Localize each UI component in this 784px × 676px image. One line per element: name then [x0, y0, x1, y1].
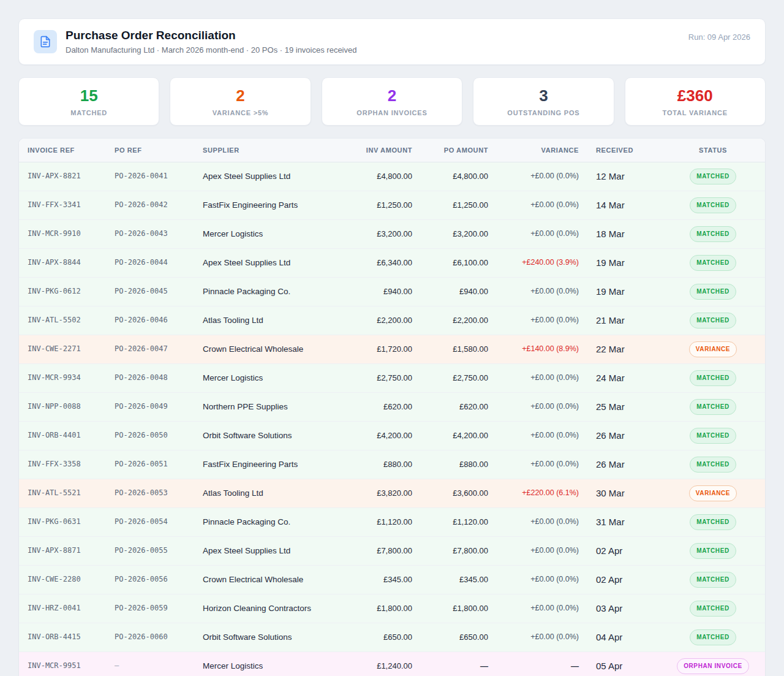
status-badge: MATCHED: [690, 399, 736, 415]
supplier-cell: Northern PPE Supplies: [194, 392, 345, 421]
status-cell: MATCHED: [660, 623, 766, 651]
status-badge: MATCHED: [690, 543, 736, 559]
invoice-ref-cell: INV-APX-8871: [19, 536, 106, 565]
invoice-ref-cell: INV-CWE-2271: [19, 335, 106, 363]
table-row: INV-APX-8821PO-2026-0041Apex Steel Suppl…: [19, 162, 766, 191]
table-row: INV-HRZ-0041PO-2026-0059Horizon Cleaning…: [19, 594, 766, 623]
supplier-cell: Mercer Logistics: [194, 651, 345, 676]
status-cell: MATCHED: [660, 219, 766, 248]
po-ref-cell: PO-2026-0046: [106, 306, 194, 335]
invoice-ref-cell: INV-APX-8844: [19, 248, 106, 277]
status-badge: MATCHED: [690, 255, 736, 271]
po-amount-cell: £880.00: [421, 450, 497, 479]
inv-amount-cell: £940.00: [345, 277, 421, 306]
po-amount-cell: £6,100.00: [421, 248, 497, 277]
variance-cell: +£240.00 (3.9%): [497, 248, 587, 277]
table-row: INV-ATL-5502PO-2026-0046Atlas Tooling Lt…: [19, 306, 766, 335]
table-header: INVOICE REFPO REFSUPPLIERINV AMOUNTPO AM…: [19, 139, 766, 162]
po-amount-cell: £940.00: [421, 277, 497, 306]
status-cell: MATCHED: [660, 248, 766, 277]
po-amount-cell: £345.00: [421, 565, 497, 594]
status-cell: VARIANCE: [660, 335, 766, 363]
po-amount-cell: £1,250.00: [421, 191, 497, 219]
po-amount-cell: £620.00: [421, 392, 497, 421]
inv-amount-cell: £1,250.00: [345, 191, 421, 219]
po-amount-cell: £3,200.00: [421, 219, 497, 248]
po-amount-cell: £4,200.00: [421, 421, 497, 450]
variance-cell: +£0.00 (0.0%): [497, 623, 587, 651]
supplier-cell: Orbit Software Solutions: [194, 623, 345, 651]
inv-amount-cell: £345.00: [345, 565, 421, 594]
stat-label: ORPHAN INVOICES: [328, 109, 456, 116]
supplier-cell: Mercer Logistics: [194, 219, 345, 248]
po-amount-cell: £650.00: [421, 623, 497, 651]
stat-value: 2: [176, 87, 304, 105]
po-ref-cell: PO-2026-0049: [106, 392, 194, 421]
table-row: INV-APX-8844PO-2026-0044Apex Steel Suppl…: [19, 248, 766, 277]
table-row: INV-PKG-0612PO-2026-0045Pinnacle Packagi…: [19, 277, 766, 306]
po-ref-cell: PO-2026-0054: [106, 507, 194, 536]
invoice-ref-cell: INV-MCR-9934: [19, 363, 106, 392]
column-header-supplier: SUPPLIER: [194, 139, 345, 162]
status-cell: VARIANCE: [660, 479, 766, 507]
variance-cell: +£0.00 (0.0%): [497, 219, 587, 248]
status-badge: MATCHED: [690, 169, 736, 184]
table-row: INV-MCR-9910PO-2026-0043Mercer Logistics…: [19, 219, 766, 248]
invoice-ref-cell: INV-MCR-9910: [19, 219, 106, 248]
received-cell: 24 Mar: [587, 363, 660, 392]
po-ref-cell: PO-2026-0044: [106, 248, 194, 277]
po-amount-cell: £2,200.00: [421, 306, 497, 335]
status-cell: MATCHED: [660, 594, 766, 623]
table-row: INV-PKG-0631PO-2026-0054Pinnacle Packagi…: [19, 507, 766, 536]
table-row: INV-NPP-0088PO-2026-0049Northern PPE Sup…: [19, 392, 766, 421]
invoice-ref-cell: INV-HRZ-0041: [19, 594, 106, 623]
variance-cell: +£0.00 (0.0%): [497, 363, 587, 392]
po-amount-cell: —: [421, 651, 497, 676]
invoice-ref-cell: INV-ATL-5502: [19, 306, 106, 335]
received-cell: 04 Apr: [587, 623, 660, 651]
invoice-ref-cell: INV-MCR-9951: [19, 651, 106, 676]
po-ref-cell: PO-2026-0050: [106, 421, 194, 450]
stat-value: 15: [25, 87, 153, 105]
table-row: INV-MCR-9951–Mercer Logistics£1,240.00——…: [19, 651, 766, 676]
supplier-cell: Atlas Tooling Ltd: [194, 479, 345, 507]
table-row: INV-APX-8871PO-2026-0055Apex Steel Suppl…: [19, 536, 766, 565]
column-header-po-amount: PO AMOUNT: [421, 139, 497, 162]
received-cell: 02 Apr: [587, 565, 660, 594]
inv-amount-cell: £6,340.00: [345, 248, 421, 277]
status-badge: MATCHED: [690, 370, 736, 386]
received-cell: 19 Mar: [587, 248, 660, 277]
status-cell: MATCHED: [660, 277, 766, 306]
status-badge: MATCHED: [690, 284, 736, 300]
status-cell: ORPHAN INVOICE: [660, 651, 766, 676]
inv-amount-cell: £1,720.00: [345, 335, 421, 363]
variance-cell: +£0.00 (0.0%): [497, 306, 587, 335]
column-header-invoice-ref: INVOICE REF: [19, 139, 106, 162]
status-badge: MATCHED: [690, 601, 736, 617]
table-row: INV-ORB-4415PO-2026-0060Orbit Software S…: [19, 623, 766, 651]
received-cell: 18 Mar: [587, 219, 660, 248]
status-cell: MATCHED: [660, 450, 766, 479]
po-amount-cell: £2,750.00: [421, 363, 497, 392]
invoice-ref-cell: INV-ORB-4401: [19, 421, 106, 450]
variance-cell: —: [497, 651, 587, 676]
po-ref-cell: PO-2026-0060: [106, 623, 194, 651]
column-header-inv-amount: INV AMOUNT: [345, 139, 421, 162]
inv-amount-cell: £1,240.00: [345, 651, 421, 676]
variance-cell: +£0.00 (0.0%): [497, 392, 587, 421]
status-cell: MATCHED: [660, 536, 766, 565]
table-row: INV-MCR-9934PO-2026-0048Mercer Logistics…: [19, 363, 766, 392]
document-icon: [34, 30, 57, 53]
stat-card-orphan-invoices: 2ORPHAN INVOICES: [322, 77, 462, 126]
variance-cell: +£0.00 (0.0%): [497, 450, 587, 479]
status-cell: MATCHED: [660, 363, 766, 392]
supplier-cell: Pinnacle Packaging Co.: [194, 507, 345, 536]
page-subtitle: Dalton Manufacturing Ltd · March 2026 mo…: [66, 45, 356, 55]
stat-label: MATCHED: [25, 109, 153, 116]
status-badge: MATCHED: [690, 514, 736, 530]
column-header-status: STATUS: [660, 139, 766, 162]
supplier-cell: Apex Steel Supplies Ltd: [194, 162, 345, 191]
received-cell: 03 Apr: [587, 594, 660, 623]
po-ref-cell: PO-2026-0059: [106, 594, 194, 623]
status-cell: MATCHED: [660, 565, 766, 594]
